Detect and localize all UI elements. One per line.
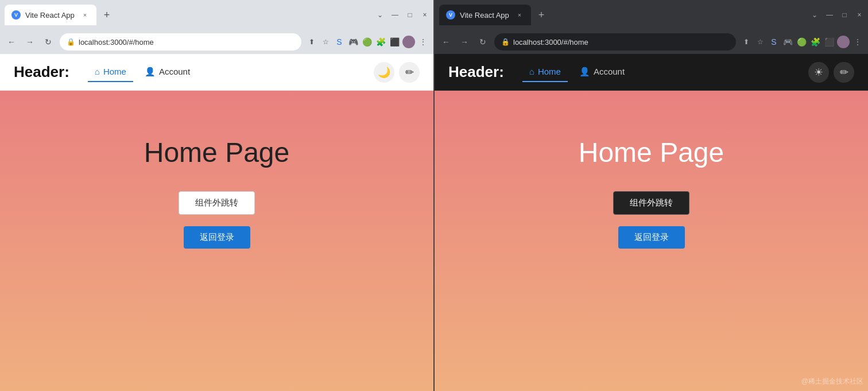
maximize-button-light[interactable]: □	[406, 11, 414, 19]
edit-button-dark[interactable]: ✏	[834, 62, 854, 83]
ext-layout-dark[interactable]: ⬛	[823, 36, 835, 48]
url-bar-light[interactable]: 🔒 localhost:3000/#/home	[60, 33, 301, 51]
outside-navigate-button-dark[interactable]: 组件外跳转	[613, 191, 689, 215]
back-to-login-button-light[interactable]: 返回登录	[184, 226, 250, 249]
ext-puzzle-dark[interactable]: 🧩	[809, 36, 821, 48]
chevron-down-icon-light[interactable]: ⌄	[376, 11, 384, 19]
user-avatar-light[interactable]	[402, 36, 415, 48]
app-header-light: Header: ⌂ Home 👤 Account 🌙 ✏	[0, 54, 433, 91]
active-tab-light[interactable]: V Vite React App ×	[5, 5, 96, 25]
home-label-dark: Home	[538, 67, 561, 76]
browser-window-dark: V Vite React App × + ⌄ — □ × ← → ↻ 🔒 loc…	[435, 0, 868, 391]
app-title-light: Header:	[14, 63, 69, 81]
address-icons-light: ⬆ ☆ S 🎮 🟢 🧩 ⬛ ⋮	[306, 36, 429, 48]
url-text-dark: localhost:3000/#/home	[513, 38, 588, 47]
theme-toggle-button-light[interactable]: 🌙	[374, 62, 394, 83]
home-icon-dark: ⌂	[529, 67, 534, 76]
refresh-button-light[interactable]: ↻	[41, 35, 55, 49]
tab-favicon-light: V	[11, 10, 21, 20]
account-label-dark: Account	[594, 67, 625, 76]
page-title-dark: Home Page	[579, 137, 724, 168]
header-actions-dark: ☀ ✏	[808, 62, 854, 83]
nav-home-light[interactable]: ⌂ Home	[88, 62, 133, 82]
app-content-dark: Home Page 组件外跳转 返回登录	[435, 91, 868, 391]
back-button-light[interactable]: ←	[5, 35, 18, 49]
minimize-button-dark[interactable]: —	[826, 11, 834, 19]
address-bar-light: ← → ↻ 🔒 localhost:3000/#/home ⬆ ☆ S 🎮 🟢 …	[0, 30, 433, 54]
ext-s-icon-light[interactable]: S	[334, 36, 345, 48]
bookmark-icon-light[interactable]: ☆	[320, 36, 331, 48]
bookmark-icon-dark[interactable]: ☆	[754, 36, 766, 48]
outside-navigate-button-light[interactable]: 组件外跳转	[179, 191, 255, 215]
back-to-login-button-dark[interactable]: 返回登录	[618, 226, 685, 249]
nav-links-light: ⌂ Home 👤 Account	[88, 62, 355, 83]
user-avatar-dark[interactable]	[837, 36, 850, 48]
more-icon-light[interactable]: ⋮	[417, 36, 429, 48]
title-bar-light: V Vite React App × + ⌄ — □ ×	[0, 0, 433, 30]
theme-toggle-button-dark[interactable]: ☀	[808, 62, 829, 83]
page-title-light: Home Page	[144, 137, 289, 168]
maximize-button-dark[interactable]: □	[840, 11, 848, 19]
ext-s-icon-dark[interactable]: S	[768, 36, 780, 48]
ext-emoji2-light[interactable]: 🟢	[361, 36, 373, 48]
back-button-dark[interactable]: ←	[439, 35, 453, 49]
ext-emoji1-light[interactable]: 🎮	[347, 36, 359, 48]
lock-icon-dark: 🔒	[501, 38, 510, 46]
home-label-light: Home	[103, 67, 126, 76]
tab-label-dark: Vite React App	[460, 11, 510, 20]
ext-layout-light[interactable]: ⬛	[389, 36, 400, 48]
tab-close-dark[interactable]: ×	[515, 10, 524, 20]
title-bar-dark: V Vite React App × + ⌄ — □ ×	[435, 0, 868, 30]
refresh-button-dark[interactable]: ↻	[476, 35, 490, 49]
ext-puzzle-light[interactable]: 🧩	[375, 36, 386, 48]
watermark: @稀土掘金技术社区	[801, 377, 863, 386]
app-content-light: Home Page 组件外跳转 返回登录	[0, 91, 433, 391]
tab-favicon-dark: V	[446, 10, 455, 20]
new-tab-button-dark[interactable]: +	[533, 7, 549, 23]
minimize-button-light[interactable]: —	[391, 11, 399, 19]
nav-home-dark[interactable]: ⌂ Home	[522, 62, 568, 82]
close-button-light[interactable]: ×	[421, 11, 429, 19]
share-icon-light[interactable]: ⬆	[306, 36, 317, 48]
url-text-light: localhost:3000/#/home	[79, 38, 154, 47]
lock-icon-light: 🔒	[67, 38, 75, 46]
account-label-light: Account	[159, 67, 190, 76]
close-button-dark[interactable]: ×	[855, 11, 863, 19]
nav-account-dark[interactable]: 👤 Account	[572, 62, 631, 83]
tab-close-light[interactable]: ×	[80, 10, 90, 20]
browser-window-light: V Vite React App × + ⌄ — □ × ← → ↻ 🔒 loc…	[0, 0, 433, 391]
tab-label-light: Vite React App	[25, 11, 76, 20]
address-bar-dark: ← → ↻ 🔒 localhost:3000/#/home ⬆ ☆ S 🎮 🟢 …	[435, 30, 868, 54]
app-header-dark: Header: ⌂ Home 👤 Account ☀ ✏	[435, 54, 868, 91]
address-icons-dark: ⬆ ☆ S 🎮 🟢 🧩 ⬛ ⋮	[741, 36, 863, 48]
ext-emoji1-dark[interactable]: 🎮	[782, 36, 793, 48]
more-icon-dark[interactable]: ⋮	[852, 36, 863, 48]
header-actions-light: 🌙 ✏	[374, 62, 420, 83]
new-tab-button-light[interactable]: +	[99, 7, 115, 23]
forward-button-dark[interactable]: →	[458, 35, 471, 49]
tab-strip-dark: V Vite React App × +	[439, 5, 806, 25]
account-icon-light: 👤	[145, 67, 156, 77]
account-icon-dark: 👤	[579, 67, 590, 77]
tab-strip-light: V Vite React App × +	[5, 5, 371, 25]
app-title-dark: Header:	[448, 63, 504, 81]
share-icon-dark[interactable]: ⬆	[741, 36, 752, 48]
ext-emoji2-dark[interactable]: 🟢	[796, 36, 807, 48]
window-controls-dark: ⌄ — □ ×	[811, 11, 863, 19]
window-controls-light: ⌄ — □ ×	[376, 11, 429, 19]
forward-button-light[interactable]: →	[23, 35, 37, 49]
edit-button-light[interactable]: ✏	[399, 62, 420, 83]
nav-links-dark: ⌂ Home 👤 Account	[522, 62, 790, 83]
url-bar-dark[interactable]: 🔒 localhost:3000/#/home	[494, 33, 736, 51]
home-icon-light: ⌂	[95, 67, 100, 76]
nav-account-light[interactable]: 👤 Account	[138, 62, 197, 83]
active-tab-dark[interactable]: V Vite React App ×	[439, 5, 531, 25]
chevron-down-icon-dark[interactable]: ⌄	[811, 11, 819, 19]
